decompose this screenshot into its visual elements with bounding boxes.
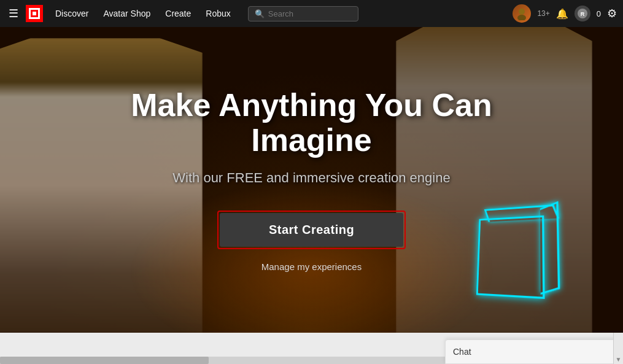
settings-icon[interactable]: ⚙ <box>607 7 617 20</box>
hero-subtitle: With our FREE and immersive creation eng… <box>172 170 450 186</box>
age-badge: 13+ <box>537 9 549 18</box>
nav-link-create[interactable]: Create <box>160 6 196 21</box>
hero-title: Make Anything You Can Imagine <box>97 88 527 158</box>
hero-content: Make Anything You Can Imagine With our F… <box>0 27 623 333</box>
horizontal-scrollbar-thumb[interactable] <box>0 357 209 364</box>
svg-rect-3 <box>33 12 36 15</box>
nav-link-avatar-shop[interactable]: Avatar Shop <box>98 6 155 21</box>
start-creating-button[interactable]: Start Creating <box>220 213 403 247</box>
robux-icon[interactable]: R <box>575 6 590 21</box>
svg-text:R: R <box>581 11 585 17</box>
robux-count: 0 <box>597 9 601 18</box>
svg-point-5 <box>517 15 526 20</box>
vertical-scrollbar[interactable]: ▼ <box>613 333 623 364</box>
manage-experiences-link[interactable]: Manage my experiences <box>261 261 362 272</box>
chat-panel[interactable]: Chat <box>445 339 623 364</box>
hamburger-menu-button[interactable]: ☰ <box>6 4 21 23</box>
avatar-button[interactable] <box>513 4 531 23</box>
chat-label: Chat <box>453 347 471 357</box>
roblox-logo[interactable] <box>26 5 43 22</box>
nav-right-controls: 13+ 🔔 R 0 ⚙ <box>513 4 617 23</box>
scroll-down-arrow-icon[interactable]: ▼ <box>616 356 622 363</box>
search-input[interactable] <box>268 9 352 18</box>
nav-link-robux[interactable]: Robux <box>201 6 235 21</box>
search-icon: 🔍 <box>255 9 265 18</box>
svg-point-4 <box>519 9 525 15</box>
bottom-bar: Chat ▼ <box>0 333 623 364</box>
nav-link-discover[interactable]: Discover <box>50 6 93 21</box>
hero-section: Make Anything You Can Imagine With our F… <box>0 27 623 333</box>
navbar: ☰ Discover Avatar Shop Create Robux 🔍 13… <box>0 0 623 27</box>
search-bar[interactable]: 🔍 <box>248 6 358 21</box>
start-creating-button-wrapper: Start Creating <box>217 211 406 249</box>
notifications-bell-icon[interactable]: 🔔 <box>556 8 568 20</box>
